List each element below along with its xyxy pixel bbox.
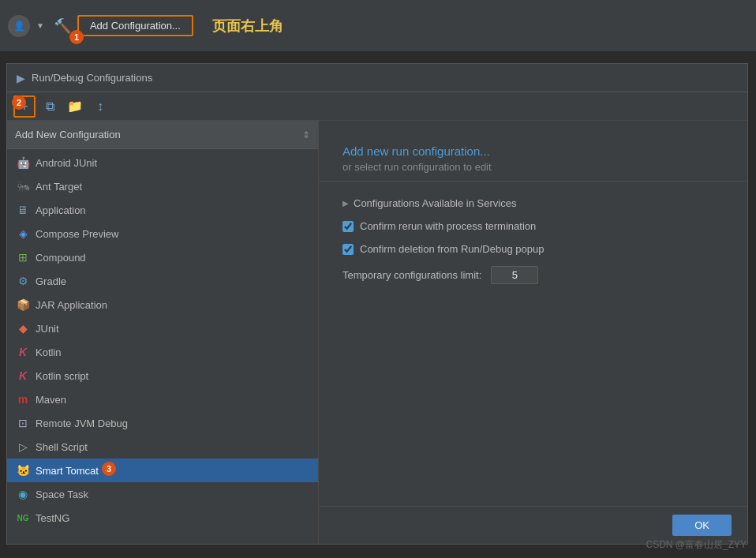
- config-item-smart-tomcat[interactable]: 🐱 Smart Tomcat3: [7, 459, 318, 482]
- right-content: ▶ Configurations Available in Services C…: [319, 182, 747, 300]
- watermark: CSDN @富春山居_ZYY: [646, 538, 747, 552]
- confirm-rerun-label: Confirm rerun with process termination: [360, 220, 536, 232]
- testng-label: TestNG: [36, 512, 69, 524]
- config-item-application[interactable]: 🖥 Application: [7, 198, 318, 222]
- config-item-ant-target[interactable]: 🐜 Ant Target: [7, 174, 318, 198]
- space-task-icon: ◉: [17, 488, 29, 500]
- dropdown-header-label: Add New Configuration: [15, 129, 121, 140]
- compose-preview-icon: ◈: [17, 227, 29, 240]
- remote-jvm-icon: ⊡: [17, 417, 29, 429]
- dialog-title-text: Run/Debug Configurations: [32, 72, 152, 84]
- config-item-compound[interactable]: ⊞ Compound: [7, 245, 318, 269]
- gradle-label: Gradle: [36, 275, 66, 287]
- confirm-rerun-row: Confirm rerun with process termination: [342, 220, 724, 232]
- shell-script-icon: ▷: [17, 440, 29, 453]
- badge-1: 1: [69, 30, 84, 44]
- smart-tomcat-label-wrapper: Smart Tomcat3: [36, 465, 99, 477]
- right-add-config-title[interactable]: Add new run configuration...: [342, 144, 724, 158]
- junit-label: JUnit: [36, 323, 59, 335]
- services-section-label: Configurations Available in Services: [354, 197, 516, 209]
- config-item-testng[interactable]: NG TestNG: [7, 506, 318, 530]
- config-item-space-task[interactable]: ◉ Space Task: [7, 482, 318, 506]
- add-new-config-dropdown[interactable]: Add New Configuration ⇕: [7, 121, 318, 149]
- dialog-toolbar: 2 + ⧉ 📁 ↕: [7, 92, 747, 121]
- confirm-deletion-row: Confirm deletion from Run/Debug popup: [342, 243, 724, 255]
- config-type-list: 🤖 Android JUnit 🐜 Ant Target 🖥 Applicati…: [7, 149, 318, 544]
- page-label: 页面右上角: [212, 17, 283, 36]
- ant-target-label: Ant Target: [36, 181, 82, 193]
- services-section-header[interactable]: ▶ Configurations Available in Services: [342, 197, 724, 209]
- ant-target-icon: 🐜: [17, 180, 29, 193]
- kotlin-script-label: Kotlin script: [36, 370, 88, 382]
- confirm-rerun-checkbox[interactable]: [342, 221, 354, 232]
- top-bar: 👤 ▼ 🔨 Add Configuration... 1 页面右上角: [0, 0, 756, 51]
- smart-tomcat-icon: 🐱: [17, 464, 29, 477]
- add-configuration-button[interactable]: Add Configuration...: [77, 15, 193, 36]
- maven-icon: m: [17, 393, 29, 406]
- config-item-jar-application[interactable]: 📦 JAR Application: [7, 293, 318, 316]
- application-icon: 🖥: [17, 204, 29, 216]
- dialog-body: Add New Configuration ⇕ 🤖 Android JUnit …: [7, 121, 747, 544]
- config-item-remote-jvm[interactable]: ⊡ Remote JVM Debug: [7, 411, 318, 435]
- shell-script-label: Shell Script: [36, 441, 88, 453]
- confirm-deletion-checkbox[interactable]: [342, 244, 354, 255]
- badge-2: 2: [12, 95, 26, 110]
- application-label: Application: [36, 204, 86, 216]
- maven-label: Maven: [36, 394, 66, 406]
- gradle-icon: ⚙: [17, 275, 29, 287]
- services-arrow-icon: ▶: [342, 199, 349, 208]
- config-item-shell-script[interactable]: ▷ Shell Script: [7, 435, 318, 459]
- user-avatar: 👤: [8, 15, 30, 37]
- remote-jvm-label: Remote JVM Debug: [36, 418, 128, 429]
- compound-label: Compound: [36, 252, 86, 264]
- android-junit-icon: 🤖: [17, 156, 29, 169]
- jar-icon: 📦: [17, 298, 29, 311]
- config-item-gradle[interactable]: ⚙ Gradle: [7, 269, 318, 293]
- config-item-compose-preview[interactable]: ◈ Compose Preview: [7, 222, 318, 245]
- temp-config-limit-row: Temporary configurations limit:: [342, 266, 724, 284]
- ok-button[interactable]: OK: [672, 515, 732, 536]
- build-icon: 🔨: [54, 17, 71, 35]
- temp-config-limit-label: Temporary configurations limit:: [342, 269, 481, 281]
- smart-tomcat-label: Smart Tomcat3: [36, 465, 99, 477]
- dialog-title-icon: ▶: [17, 72, 25, 84]
- android-junit-label: Android JUnit: [36, 157, 97, 169]
- config-item-kotlin-script[interactable]: K Kotlin script: [7, 364, 318, 388]
- compose-preview-label: Compose Preview: [36, 228, 119, 240]
- run-debug-dialog: ▶ Run/Debug Configurations 2 + ⧉ 📁 ↕ Add…: [6, 63, 748, 545]
- dialog-title-bar: ▶ Run/Debug Configurations: [7, 64, 747, 92]
- left-panel: Add New Configuration ⇕ 🤖 Android JUnit …: [7, 121, 319, 544]
- user-dropdown[interactable]: ▼: [36, 21, 44, 30]
- right-panel: Add new run configuration... or select r…: [319, 121, 747, 544]
- compound-icon: ⊞: [17, 251, 29, 264]
- junit-icon: ◆: [17, 322, 29, 335]
- folder-button[interactable]: 📁: [64, 95, 86, 118]
- space-task-label: Space Task: [36, 489, 88, 500]
- kotlin-icon: K: [17, 346, 29, 358]
- dropdown-sort-icon: ⇕: [302, 129, 310, 140]
- kotlin-label: Kotlin: [36, 346, 62, 358]
- right-subtitle: or select run configuration to edit: [342, 161, 724, 173]
- config-item-kotlin[interactable]: K Kotlin: [7, 340, 318, 364]
- right-header: Add new run configuration... or select r…: [319, 121, 747, 182]
- badge-3: 3: [102, 462, 116, 476]
- temp-config-limit-input[interactable]: [491, 266, 538, 284]
- kotlin-script-icon: K: [17, 369, 29, 382]
- testng-icon: NG: [17, 511, 29, 524]
- confirm-deletion-label: Confirm deletion from Run/Debug popup: [360, 243, 544, 255]
- config-item-junit[interactable]: ◆ JUnit: [7, 316, 318, 340]
- sort-button[interactable]: ↕: [89, 95, 111, 118]
- jar-label: JAR Application: [36, 299, 107, 311]
- copy-config-button[interactable]: ⧉: [39, 95, 61, 118]
- config-item-android-junit[interactable]: 🤖 Android JUnit: [7, 151, 318, 174]
- config-item-maven[interactable]: m Maven: [7, 388, 318, 411]
